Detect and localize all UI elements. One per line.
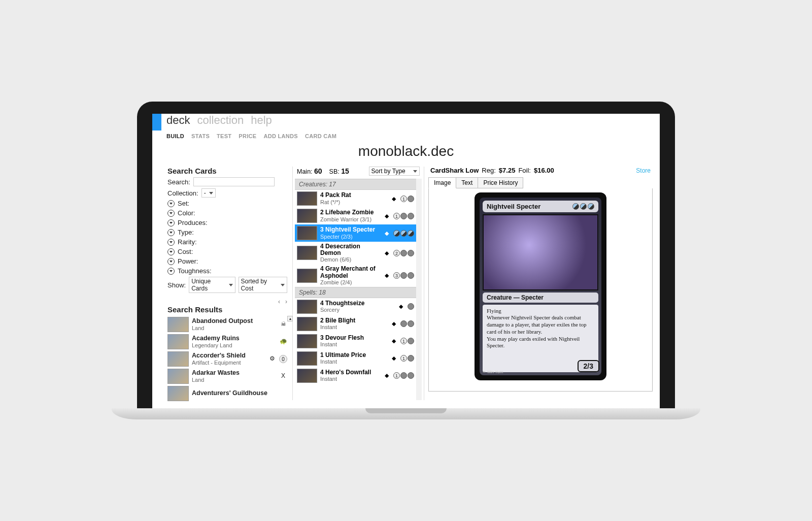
results-prev[interactable]: ‹ [278, 298, 280, 305]
store-link[interactable]: Store [636, 167, 651, 174]
deck-card-name: Pack Rat [325, 191, 351, 199]
facet-label: Power: [178, 257, 198, 265]
card-thumb [167, 317, 189, 332]
result-row[interactable]: Abandoned OutpostLand☠ [167, 316, 287, 333]
detail-tabs: ImageTextPrice History [428, 177, 653, 188]
result-name: Academy Ruins [192, 335, 276, 342]
card-thumb [167, 351, 189, 367]
expand-icon[interactable] [167, 210, 175, 217]
chevron-down-icon [281, 284, 285, 286]
search-input[interactable] [193, 177, 275, 186]
deck-card-sub: Sorcery [320, 307, 394, 313]
app-window: deckcollectionhelp BUILDSTATSTESTPRICEAD… [152, 114, 660, 408]
deck-card-sub: Instant [320, 359, 387, 365]
search-panel: Search Cards Search: Collection: - Set:C… [155, 167, 292, 400]
card-image-frame: Nightveil Specter Creature — Specter Fly… [428, 188, 653, 392]
deck-card-name: Bile Blight [325, 317, 355, 324]
deck-row[interactable]: 3 Nightveil SpecterSpecter (2/3)◆ [295, 224, 416, 242]
mana-cost [408, 303, 414, 310]
expand-icon[interactable] [167, 239, 175, 246]
deck-row[interactable]: 4 Gray Merchant of AsphodelZombie (2/4)◆… [295, 264, 416, 286]
result-type: Land [192, 325, 276, 331]
nav-tab-help[interactable]: help [251, 114, 272, 127]
expand-icon[interactable] [167, 219, 175, 226]
facet-label: Color: [178, 209, 195, 217]
deck-row[interactable]: 4 Hero's DownfallInstant◆1 [295, 367, 416, 384]
card-thumb [167, 386, 189, 401]
deck-card-name: Thoughtseize [325, 300, 364, 307]
deck-card-sub: Rat (*/*) [320, 199, 387, 205]
deck-row[interactable]: 3 Devour FleshInstant◆1 [295, 333, 416, 350]
set-icon: ◆ [390, 355, 397, 362]
detail-tab-text[interactable]: Text [456, 177, 478, 188]
deck-row[interactable]: 2 Lifebane ZombieZombie Warrior (3/1)◆1 [295, 207, 416, 224]
show-select[interactable]: Unique Cards [189, 277, 235, 293]
price-source: CardShark Low [430, 167, 479, 174]
sb-label: SB: [329, 168, 340, 175]
subnav-test[interactable]: TEST [217, 133, 231, 139]
result-row[interactable]: Accorder's ShieldArtifact - Equipment⚙0 [167, 350, 287, 368]
detail-tab-image[interactable]: Image [428, 177, 456, 188]
set-icon: ◆ [397, 303, 404, 310]
deck-row[interactable]: 1 Ultimate PriceInstant◆1 [295, 350, 416, 367]
card-thumb [297, 246, 317, 260]
expand-icon[interactable] [167, 258, 175, 265]
card-thumb [297, 369, 317, 383]
nav-tab-collection[interactable]: collection [197, 114, 244, 127]
result-row[interactable]: Adventurers' Guildhouse [167, 385, 287, 402]
reg-label: Reg: [482, 167, 495, 174]
foil-label: Foil: [518, 167, 531, 174]
deck-group-header: Creatures: 17 [295, 179, 416, 190]
mana-cost [400, 320, 414, 327]
deck-row[interactable]: 4 ThoughtseizeSorcery◆ [295, 298, 416, 315]
card-thumb [297, 269, 317, 283]
expand-icon[interactable] [167, 248, 175, 255]
card-preview: Nightveil Specter Creature — Specter Fly… [475, 192, 606, 380]
results-next[interactable]: › [285, 298, 287, 305]
card-typeline: Creature — Specter [483, 292, 598, 303]
set-icon: X [279, 372, 287, 380]
subnav-stats[interactable]: STATS [191, 133, 210, 139]
scroll-up-icon[interactable]: ▴ [287, 316, 293, 321]
result-name: Accorder's Shield [192, 352, 265, 360]
result-name: Abandoned Outpost [192, 318, 276, 325]
sub-nav: BUILDSTATSTESTPRICEADD LANDSCARD CAM [152, 131, 660, 143]
deck-row[interactable]: 4 Pack RatRat (*/*)◆1 [295, 190, 416, 207]
detail-tab-price-history[interactable]: Price History [478, 177, 523, 188]
facet-label: Produces: [178, 219, 208, 226]
result-row[interactable]: Academy RuinsLegendary Land🐢 [167, 333, 287, 350]
subnav-price[interactable]: PRICE [239, 133, 256, 139]
mana-cost: 1 [393, 213, 414, 219]
deck-sort-select[interactable]: Sort by Type [369, 167, 420, 176]
subnav-card-cam[interactable]: CARD CAM [305, 133, 336, 139]
deck-card-sub: Zombie Warrior (3/1) [320, 216, 380, 222]
expand-icon[interactable] [167, 229, 175, 236]
facet-label: Type: [178, 229, 194, 236]
mana-cost: 3 [393, 272, 414, 279]
deck-title: monoblack.dec [152, 143, 660, 159]
collection-select[interactable]: - [201, 188, 216, 198]
reg-price: $7.25 [499, 167, 516, 174]
facet-label: Rarity: [178, 238, 197, 246]
card-pt: 2/3 [578, 360, 599, 372]
set-icon: ◆ [383, 230, 390, 237]
sort-select[interactable]: Sorted by Cost [239, 277, 287, 293]
deck-row[interactable]: 4 Desecration DemonDemon (6/6)◆2 [295, 242, 416, 264]
sb-count: 15 [341, 167, 349, 175]
deck-card-name: Hero's Downfall [325, 369, 371, 376]
subnav-add-lands[interactable]: ADD LANDS [263, 133, 297, 139]
subnav-build[interactable]: BUILD [166, 133, 184, 139]
detail-panel: CardShark Low Reg: $7.25 Foil: $16.00 St… [424, 167, 657, 400]
nav-tab-deck[interactable]: deck [166, 114, 190, 127]
result-type: Legendary Land [192, 342, 276, 348]
chevron-down-icon [229, 284, 233, 286]
deck-row[interactable]: 2 Bile BlightInstant◆ [295, 315, 416, 333]
expand-icon[interactable] [167, 268, 175, 275]
card-thumb [297, 209, 317, 223]
result-row[interactable]: Adarkar WastesLandX [167, 368, 287, 385]
expand-icon[interactable] [167, 200, 175, 207]
card-mana-cost [572, 203, 594, 210]
result-type: Artifact - Equipment [192, 360, 265, 366]
chevron-down-icon [209, 192, 213, 194]
mana-cost: 1 [400, 338, 414, 344]
